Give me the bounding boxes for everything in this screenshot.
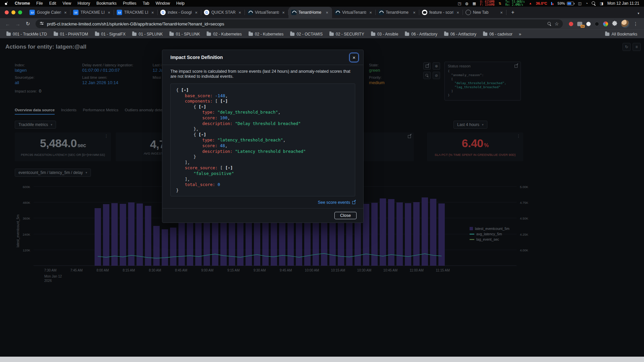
menubar-item-history[interactable]: History — [77, 1, 90, 6]
menubar-item-edit[interactable]: Edit — [49, 1, 56, 6]
macos-menubar: ChromeFileEditViewHistoryBookmarksProfil… — [0, 0, 644, 7]
calendar-favicon: 12 — [73, 10, 78, 15]
menubar-item-bookmarks[interactable]: Bookmarks — [97, 1, 117, 6]
browser-tab[interactable]: 12Google Calend...× — [27, 7, 70, 18]
all-bookmarks-button[interactable]: All Bookmarks — [605, 32, 641, 37]
browser-tab[interactable]: VirtualTenants× — [245, 7, 288, 18]
profile-avatar[interactable] — [621, 20, 629, 28]
url-text[interactable]: prd5-cl.trackme-limited.com/sh1/splunk/e… — [47, 21, 544, 26]
browser-tab[interactable]: 12TRACKME LIMI...× — [70, 7, 114, 18]
bookmark-folder[interactable]: 06 - Artifactory — [402, 31, 440, 38]
bookmark-star-icon[interactable]: ☆ — [554, 21, 559, 26]
menubar-item-help[interactable]: Help — [176, 1, 185, 6]
status-icon-4[interactable]: ◫ — [578, 1, 581, 6]
bookmark-folder[interactable]: 02 - SECURITY — [326, 31, 367, 38]
bookmark-folder[interactable]: 06 - cadvisor — [480, 31, 516, 38]
tab-title: New Tab — [473, 10, 497, 15]
menubar-item-file[interactable]: File — [36, 1, 43, 6]
folder-icon — [207, 33, 211, 36]
folder-icon — [329, 33, 334, 36]
network-rx: Rx: 2.4MB/s — [505, 3, 525, 6]
bookmark-folder[interactable]: 01 - PHANTOM — [51, 31, 91, 38]
window-minimize-button[interactable] — [11, 10, 15, 14]
status-icon-1[interactable]: ◳ — [458, 1, 461, 6]
back-button[interactable]: ← — [3, 19, 12, 28]
tab-close-icon[interactable]: × — [281, 10, 286, 15]
json-line: ], — [176, 160, 350, 166]
recorder-extension-icon[interactable] — [569, 22, 573, 26]
bookmark-folder[interactable]: 06 - Artifactory — [441, 31, 479, 38]
tab-close-icon[interactable]: × — [455, 10, 460, 15]
tab-close-icon[interactable]: × — [499, 10, 504, 15]
menubar-item-window[interactable]: Window — [156, 1, 170, 6]
tab-close-icon[interactable]: × — [325, 10, 329, 15]
browser-tab[interactable]: 12TRACKME LIMI...× — [114, 7, 158, 18]
tab-close-icon[interactable]: × — [237, 10, 242, 15]
window-close-button[interactable] — [5, 10, 9, 14]
tab-close-icon[interactable]: × — [107, 10, 111, 15]
json-line: } — [176, 154, 350, 160]
bookmark-folder[interactable]: 001 - TrackMe LTD — [3, 31, 50, 38]
bookmark-label: 06 - Artifactory — [450, 32, 476, 37]
extension-icon-colorful[interactable] — [603, 21, 608, 26]
bookmark-label: 01 - SignalFX — [101, 32, 126, 37]
spotlight-icon[interactable] — [592, 1, 596, 5]
status-icon-3[interactable]: ▦ — [473, 1, 476, 6]
browser-tab[interactable]: feature - scori...× — [419, 7, 463, 18]
network-stats[interactable]: Tx: 53.6KB/s Rx: 2.4MB/s — [505, 0, 525, 6]
bookmark-folder[interactable]: 02 - Kubernetes — [246, 31, 286, 38]
close-button[interactable]: Close — [334, 212, 357, 219]
bookmarks-overflow-icon[interactable]: » — [516, 32, 525, 37]
bookmark-label: 02 - SECURITY — [336, 32, 364, 37]
menubar-item-view[interactable]: View — [62, 1, 71, 6]
tab-search-chevron-icon[interactable]: ▾ — [638, 11, 639, 15]
browser-tab[interactable]: GQUICK START× — [201, 7, 245, 18]
status-icon-2[interactable]: ◍ — [465, 1, 469, 6]
tab-close-icon[interactable]: × — [412, 10, 417, 15]
browser-tab[interactable]: TenantHome× — [376, 7, 419, 18]
site-settings-icon[interactable] — [40, 21, 44, 27]
status-icon-5[interactable]: ◔ — [586, 1, 588, 5]
modal-close-button[interactable]: × — [350, 53, 359, 62]
browser-tab[interactable]: VirtualTenants× — [332, 7, 376, 18]
browser-tab[interactable]: New Tab× — [463, 7, 506, 18]
bookmark-folder[interactable]: 02 - OCTAMIS — [287, 31, 326, 38]
badged-extension-icon[interactable]: 11 — [577, 22, 582, 26]
forward-button[interactable]: → — [13, 19, 22, 28]
browser-tab[interactable]: TenantHome× — [288, 7, 332, 18]
extension-icon-light[interactable] — [586, 22, 591, 26]
menubar-item-tab[interactable]: Tab — [143, 1, 149, 6]
extensions-puzzle-icon[interactable] — [612, 21, 617, 27]
tab-close-icon[interactable]: × — [194, 10, 199, 15]
apple-menu-icon[interactable] — [5, 1, 9, 6]
control-center-icon[interactable]: ◨ — [600, 1, 603, 6]
extension-icon-dark[interactable] — [595, 22, 599, 26]
menubar-item-chrome[interactable]: Chrome — [15, 1, 30, 6]
json-line: { [-] — [176, 132, 350, 138]
address-bar[interactable]: prd5-cl.trackme-limited.com/sh1/splunk/e… — [36, 19, 563, 28]
tab-title: TenantHome — [299, 10, 323, 15]
zoom-icon[interactable] — [548, 22, 551, 26]
see-score-events-link[interactable]: See score events — [318, 200, 355, 205]
menubar-clock[interactable]: Mon 12 Jan 11:21 — [607, 1, 639, 6]
battery-icon[interactable] — [567, 2, 574, 5]
browser-menu-icon[interactable]: ⋮ — [633, 21, 638, 26]
window-zoom-button[interactable] — [18, 10, 22, 14]
tab-close-icon[interactable]: × — [150, 10, 155, 15]
tab-close-icon[interactable]: × — [368, 10, 373, 15]
folder-icon — [6, 33, 11, 36]
bookmark-folder[interactable]: 01 - SignalFX — [92, 31, 129, 38]
bookmark-folder[interactable]: 01 - SPLUNK — [129, 31, 166, 38]
menubar-item-profiles[interactable]: Profiles — [123, 1, 137, 6]
bookmark-folder[interactable]: 01 - SPLUNK — [166, 31, 203, 38]
new-tab-button[interactable]: + — [508, 8, 517, 17]
memory-stats[interactable]: U: 6150MB F: 1544MB — [480, 0, 494, 6]
browser-tab[interactable]: Gindex - Google...× — [158, 7, 201, 18]
bookmark-folder[interactable]: 02 - Kubernetes — [204, 31, 245, 38]
bookmark-folder[interactable]: 03 - Ansible — [368, 31, 401, 38]
json-line: "false_positive" — [176, 171, 350, 177]
reload-button[interactable]: ↻ — [23, 19, 32, 28]
google-favicon: G — [204, 10, 209, 15]
tab-close-icon[interactable]: × — [63, 10, 68, 15]
cpu-temperature[interactable]: 36.0°C — [536, 1, 547, 5]
